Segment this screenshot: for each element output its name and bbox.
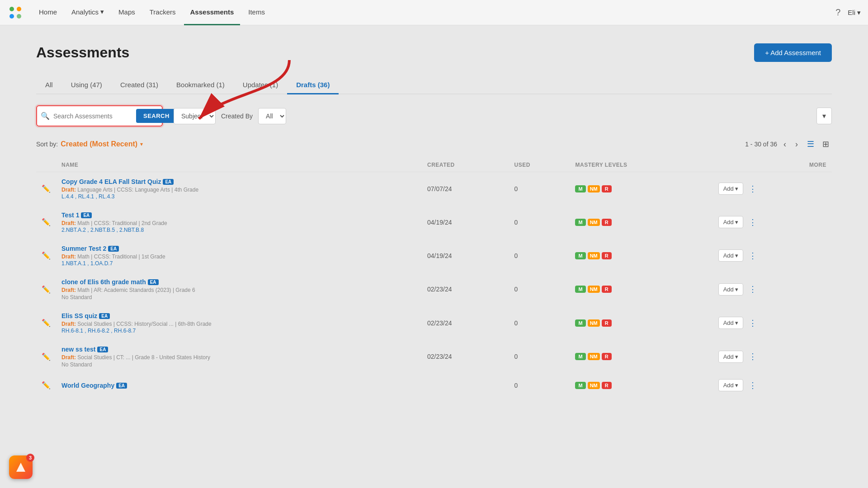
- table-row: ✏️new ss testEADraft: Social Studies | C…: [36, 340, 832, 374]
- mastery-r-badge: R: [602, 286, 612, 293]
- sort-control[interactable]: Sort by: Created (Most Recent) ▾: [36, 140, 143, 148]
- page-title: Assessments: [36, 44, 129, 61]
- th-icon: [36, 158, 56, 172]
- tabs-bar: All Using (47) Created (31) Bookmarked (…: [36, 76, 832, 94]
- row-meta: Draft: Language Arts | CCSS: Language Ar…: [61, 187, 416, 193]
- created-by-filter[interactable]: All: [258, 108, 286, 124]
- add-dropdown-button[interactable]: Add ▾: [718, 249, 744, 262]
- row-edit-icon[interactable]: ✏️: [36, 172, 56, 206]
- th-created: CREATED: [422, 158, 509, 172]
- row-kebab-button[interactable]: ⋮: [746, 351, 760, 362]
- app-logo[interactable]: [7, 5, 24, 21]
- assessment-name-link[interactable]: new ss test: [61, 346, 95, 353]
- tab-updates[interactable]: Updates (1): [234, 76, 287, 94]
- row-mastery: MNMR: [570, 374, 712, 397]
- row-no-standard: No Standard: [61, 294, 416, 300]
- row-created: 02/23/24: [422, 272, 509, 306]
- row-used: 0: [509, 239, 570, 272]
- user-menu[interactable]: Eli ▾: [848, 9, 861, 17]
- nav-item-trackers[interactable]: Trackers: [143, 0, 182, 25]
- row-standards: 1.NBT.A.1 , 1.OA.D.7: [61, 260, 416, 267]
- row-used: 0: [509, 206, 570, 239]
- nav-item-maps[interactable]: Maps: [112, 0, 142, 25]
- row-edit-icon[interactable]: ✏️: [36, 306, 56, 340]
- created-by-label: Created By: [221, 113, 253, 120]
- expand-filter-button[interactable]: ▾: [816, 108, 832, 124]
- row-edit-icon[interactable]: ✏️: [36, 206, 56, 239]
- mastery-r-badge: R: [602, 219, 612, 226]
- tab-bookmarked[interactable]: Bookmarked (1): [167, 76, 234, 94]
- row-edit-icon[interactable]: ✏️: [36, 340, 56, 374]
- row-more: Add ▾⋮: [713, 206, 832, 239]
- row-name-cell: clone of Elis 6th grade mathEADraft: Mat…: [56, 272, 422, 306]
- mastery-m-badge: M: [575, 382, 585, 389]
- svg-marker-5: [16, 463, 25, 472]
- assessment-name-link[interactable]: Copy Grade 4 ELA Fall Start Quiz: [61, 178, 161, 185]
- th-used: USED: [509, 158, 570, 172]
- add-dropdown-button[interactable]: Add ▾: [718, 216, 744, 228]
- row-kebab-button[interactable]: ⋮: [746, 283, 760, 295]
- tab-drafts[interactable]: Drafts (36): [287, 76, 339, 94]
- tab-using[interactable]: Using (47): [62, 76, 111, 94]
- pagination-info: 1 - 30 of 36 ‹ › ☰ ⊞: [745, 137, 832, 151]
- search-icon: 🔍: [41, 112, 50, 120]
- add-dropdown-button[interactable]: Add ▾: [718, 183, 744, 195]
- list-view-button[interactable]: ☰: [804, 137, 817, 151]
- row-kebab-button[interactable]: ⋮: [746, 380, 760, 391]
- search-button[interactable]: SEARCH: [136, 109, 177, 123]
- row-edit-icon[interactable]: ✏️: [36, 239, 56, 272]
- row-used: 0: [509, 172, 570, 206]
- nav-items: Home Analytics ▾ Maps Trackers Assessmen…: [33, 0, 835, 25]
- row-kebab-button[interactable]: ⋮: [746, 216, 760, 228]
- ea-badge: EA: [81, 212, 92, 218]
- add-dropdown-button[interactable]: Add ▾: [718, 379, 744, 391]
- row-kebab-button[interactable]: ⋮: [746, 317, 760, 329]
- row-name-cell: new ss testEADraft: Social Studies | CT:…: [56, 340, 422, 374]
- mastery-r-badge: R: [602, 319, 612, 327]
- row-kebab-button[interactable]: ⋮: [746, 183, 760, 195]
- assessment-name-link[interactable]: Summer Test 2: [61, 245, 106, 252]
- mastery-r-badge: R: [602, 252, 612, 259]
- sort-chevron-icon: ▾: [140, 141, 143, 147]
- mastery-nm-badge: NM: [588, 252, 600, 259]
- row-more: Add ▾⋮: [713, 306, 832, 340]
- mastery-m-badge: M: [575, 219, 585, 226]
- add-dropdown-button[interactable]: Add ▾: [718, 283, 744, 296]
- mastery-nm-badge: NM: [588, 382, 600, 389]
- nav-item-home[interactable]: Home: [33, 0, 63, 25]
- subject-filter[interactable]: Subject: [174, 108, 216, 124]
- row-more: Add ▾⋮: [713, 239, 832, 272]
- row-kebab-button[interactable]: ⋮: [746, 250, 760, 262]
- row-meta: Draft: Math | CCSS: Traditional | 1st Gr…: [61, 253, 416, 260]
- main-content: Assessments + Add Assessment All Using (…: [0, 25, 868, 488]
- mastery-m-badge: M: [575, 353, 585, 360]
- sort-value[interactable]: Created (Most Recent): [61, 140, 137, 148]
- search-input[interactable]: [53, 113, 132, 120]
- mastery-nm-badge: NM: [588, 185, 600, 192]
- assessment-name-link[interactable]: Test 1: [61, 211, 79, 219]
- add-assessment-button[interactable]: + Add Assessment: [754, 43, 832, 62]
- add-dropdown-button[interactable]: Add ▾: [718, 351, 744, 363]
- nav-item-assessments[interactable]: Assessments: [184, 0, 241, 25]
- nav-item-analytics[interactable]: Analytics ▾: [65, 0, 110, 25]
- table-header: NAME CREATED USED MASTERY LEVELS MORE: [36, 158, 832, 172]
- th-more: MORE: [713, 158, 832, 172]
- nav-item-items[interactable]: Items: [242, 0, 271, 25]
- row-edit-icon[interactable]: ✏️: [36, 374, 56, 397]
- assessment-name-link[interactable]: Elis SS quiz: [61, 312, 97, 319]
- row-created: [422, 374, 509, 397]
- pagination-next-button[interactable]: ›: [793, 139, 801, 150]
- view-toggle: ☰ ⊞: [804, 137, 832, 151]
- row-edit-icon[interactable]: ✏️: [36, 272, 56, 306]
- tab-all[interactable]: All: [36, 76, 62, 94]
- ea-badge: EA: [116, 383, 127, 389]
- pagination-prev-button[interactable]: ‹: [781, 139, 789, 150]
- help-icon[interactable]: ?: [835, 7, 840, 18]
- floating-app-icon[interactable]: 3: [9, 455, 33, 479]
- assessment-name-link[interactable]: clone of Elis 6th grade math: [61, 278, 146, 286]
- add-dropdown-button[interactable]: Add ▾: [718, 317, 744, 329]
- row-mastery: MNMR: [570, 239, 712, 272]
- assessment-name-link[interactable]: World Geography: [61, 382, 114, 389]
- tab-created[interactable]: Created (31): [111, 76, 167, 94]
- grid-view-button[interactable]: ⊞: [820, 137, 832, 151]
